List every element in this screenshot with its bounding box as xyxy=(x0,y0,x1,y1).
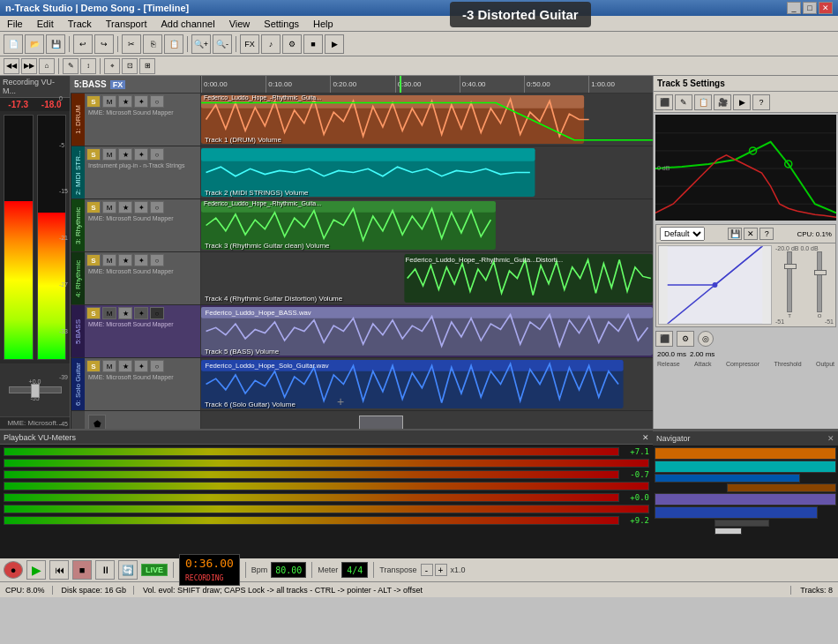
settings-btn-1[interactable]: ⬛ xyxy=(655,94,673,110)
tool3-button[interactable]: ⚙ xyxy=(282,34,302,54)
settings-btn-3[interactable]: 📋 xyxy=(694,94,712,110)
cut-button[interactable]: ✂ xyxy=(122,34,141,54)
rec-btn-2[interactable]: ✦ xyxy=(134,148,148,161)
new-button[interactable]: 📄 xyxy=(4,34,23,54)
add-track-icon-6[interactable]: + xyxy=(337,394,344,408)
track-content-7[interactable]: Track 7 Volume + xyxy=(201,411,653,429)
fx-btn-2[interactable]: ★ xyxy=(118,148,132,161)
tool5-button[interactable]: ▶ xyxy=(325,34,344,54)
comp-knob[interactable]: ◎ xyxy=(698,331,714,347)
play-button[interactable]: ▶ xyxy=(26,560,46,580)
settings-btn-4[interactable]: 🎥 xyxy=(714,94,731,110)
comp-mode-btn[interactable]: ⚙ xyxy=(677,331,694,347)
solo-btn-2[interactable]: S xyxy=(86,148,101,161)
pause-button[interactable]: ⏸ xyxy=(95,560,115,580)
in-btn-4[interactable]: ○ xyxy=(150,254,164,266)
menu-addchannel[interactable]: Add channel xyxy=(153,16,221,31)
in-btn-2[interactable]: ○ xyxy=(150,148,164,161)
track-content-5[interactable]: Federico_Luddo_Hope_BASS.wav Track 5 (BA… xyxy=(201,305,653,357)
in-btn-6[interactable]: ○ xyxy=(150,360,164,372)
tb2-btn-8[interactable]: ⊞ xyxy=(139,58,155,74)
comp-del-btn[interactable]: ✕ xyxy=(744,228,758,240)
preset-select[interactable]: Default xyxy=(660,227,705,241)
settings-btn-2[interactable]: ✎ xyxy=(675,94,692,110)
solo-btn-6[interactable]: S xyxy=(86,360,101,372)
tb2-btn-6[interactable]: ⌖ xyxy=(104,58,120,74)
menu-track[interactable]: Track xyxy=(61,16,99,31)
solo-btn-5[interactable]: S xyxy=(86,307,101,319)
close-button[interactable]: ✕ xyxy=(819,2,833,14)
comp-save-btn[interactable]: 💾 xyxy=(728,228,742,240)
mute-btn-6[interactable]: M xyxy=(102,360,116,372)
comp-enable-btn[interactable]: ⬛ xyxy=(655,331,673,347)
fader-track-2[interactable] xyxy=(817,251,822,312)
track-content-2[interactable]: Track 2 (MIDI STRINGS) Volume xyxy=(201,146,653,198)
maximize-button[interactable]: □ xyxy=(803,2,817,14)
solo-btn-1[interactable]: S xyxy=(86,95,101,108)
rec-btn-6[interactable]: ✦ xyxy=(134,360,148,372)
tb2-btn-5[interactable]: ↕ xyxy=(80,58,96,74)
mute-btn-4[interactable]: M xyxy=(102,254,116,266)
menu-edit[interactable]: Edit xyxy=(30,16,61,31)
plugin-button[interactable]: ♪ xyxy=(261,34,281,54)
undo-button[interactable]: ↩ xyxy=(73,34,93,54)
paste-button[interactable]: 📋 xyxy=(164,34,183,54)
fader-thumb-1[interactable] xyxy=(784,264,797,269)
solo-btn-3[interactable]: S xyxy=(86,201,101,213)
tb2-btn-4[interactable]: ✎ xyxy=(63,58,79,74)
menu-file[interactable]: File xyxy=(0,16,30,31)
vu-fader-thumb[interactable] xyxy=(31,384,40,398)
rewind-button[interactable]: ⏮ xyxy=(49,560,69,580)
tracks-container[interactable]: 1: DRUM S M ★ ✦ ○ MME: Microsoft Sound M… xyxy=(71,94,653,429)
live-button[interactable]: LIVE xyxy=(141,564,168,576)
fx-btn-6[interactable]: ★ xyxy=(118,360,132,372)
fx-btn-1[interactable]: ★ xyxy=(118,95,132,108)
copy-button[interactable]: ⎘ xyxy=(143,34,162,54)
mute-btn-1[interactable]: M xyxy=(102,95,116,108)
in-btn-5[interactable]: ○ xyxy=(150,307,164,319)
fx-header-btn[interactable]: FX xyxy=(110,80,126,89)
track7-icon[interactable]: ⬟ xyxy=(88,415,106,429)
playback-vu-close[interactable]: ✕ xyxy=(642,433,649,442)
settings-help-btn[interactable]: ? xyxy=(752,94,770,110)
meter-input[interactable] xyxy=(341,562,368,578)
stop-button[interactable]: ■ xyxy=(72,560,92,580)
menu-view[interactable]: View xyxy=(222,16,258,31)
track-content-1[interactable]: Federico_Luddo_Hope_-Rhythmic_Guita... T… xyxy=(201,94,653,146)
track-content-4[interactable]: Federico_Luddo_Hope_-Rhythmic_Guita...Di… xyxy=(201,252,653,304)
tool4-button[interactable]: ■ xyxy=(303,34,323,54)
menu-help[interactable]: Help xyxy=(306,16,340,31)
tb2-btn-7[interactable]: ⊡ xyxy=(122,58,138,74)
redo-button[interactable]: ↪ xyxy=(94,34,114,54)
navigator-close[interactable]: ✕ xyxy=(827,434,834,443)
zoom-out-button[interactable]: 🔍- xyxy=(213,34,232,54)
menu-transport[interactable]: Transport xyxy=(99,16,154,31)
solo-btn-4[interactable]: S xyxy=(86,254,101,266)
in-btn-3[interactable]: ○ xyxy=(150,201,164,213)
bpm-input[interactable] xyxy=(271,562,306,578)
fx-btn-3[interactable]: ★ xyxy=(118,201,132,213)
tb2-btn-2[interactable]: ▶▶ xyxy=(21,58,37,74)
fx-btn-4[interactable]: ★ xyxy=(118,254,132,266)
minimize-button[interactable]: _ xyxy=(787,2,801,14)
in-btn-1[interactable]: ○ xyxy=(150,95,164,108)
loop-button[interactable]: 🔄 xyxy=(118,560,138,580)
tb2-btn-1[interactable]: ◀◀ xyxy=(4,58,19,74)
fader-thumb-2[interactable] xyxy=(814,270,827,275)
vu-fader[interactable] xyxy=(9,386,62,393)
rec-btn-4[interactable]: ✦ xyxy=(134,254,148,266)
tb2-btn-3[interactable]: ⌂ xyxy=(39,58,55,74)
mute-btn-3[interactable]: M xyxy=(102,201,116,213)
menu-settings[interactable]: Settings xyxy=(257,16,306,31)
record-button[interactable]: ● xyxy=(4,561,23,579)
transpose-down[interactable]: - xyxy=(421,564,433,576)
track-content-3[interactable]: Federico_Luddo_Hope_-Rhythmic_Guita... T… xyxy=(201,199,653,251)
transpose-up[interactable]: + xyxy=(435,564,447,576)
fader-track-1[interactable] xyxy=(787,251,792,312)
zoom-in-button[interactable]: 🔍+ xyxy=(191,34,211,54)
settings-btn-5[interactable]: ▶ xyxy=(733,94,751,110)
effects-button[interactable]: FX xyxy=(240,34,259,54)
comp-help-btn[interactable]: ? xyxy=(759,228,774,240)
save-button[interactable]: 💾 xyxy=(46,34,65,54)
mute-btn-5[interactable]: M xyxy=(102,307,116,319)
